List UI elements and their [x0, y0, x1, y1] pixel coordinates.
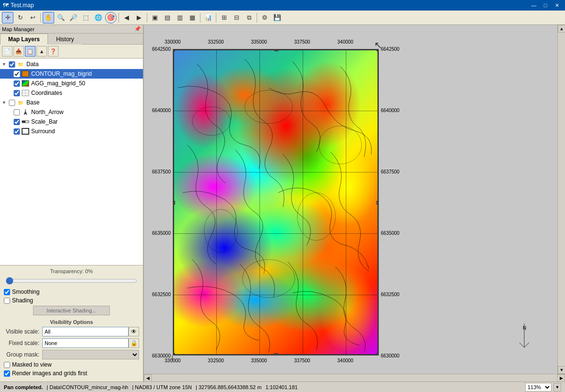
handle-ml[interactable]: [173, 201, 175, 205]
x-axis-top: 330000 332500 335000 337500 340000: [173, 39, 388, 49]
smoothing-checkbox[interactable]: [4, 289, 10, 295]
layout1-tool-button[interactable]: ▣: [149, 12, 161, 23]
map-canvas-container[interactable]: ↖ 330000 332500 335000 337500 340000 664…: [144, 25, 565, 374]
svg-point-18: [242, 259, 294, 298]
coordinates-checkbox[interactable]: [13, 90, 20, 96]
shading-checkbox[interactable]: [4, 298, 10, 304]
handle-tl[interactable]: [173, 49, 175, 51]
layout3-tool-button[interactable]: ▥: [174, 12, 186, 23]
layer-props-button[interactable]: 📋: [25, 46, 35, 57]
layout2-tool-button[interactable]: ▤: [162, 12, 173, 23]
visible-scale-label: Visible scale:: [4, 328, 42, 335]
back-tool-button[interactable]: ◀: [121, 12, 132, 23]
handle-bm[interactable]: [274, 353, 278, 356]
group-mask-select[interactable]: [42, 350, 139, 359]
zoom-out-tool-button[interactable]: 🔎: [68, 12, 79, 23]
zoom-in-tool-button[interactable]: 🔍: [55, 12, 67, 23]
map-manager-header: Map Manager 📌: [0, 25, 143, 34]
y-label-right-2: 6637500: [381, 169, 400, 174]
help-button[interactable]: ❓: [48, 46, 59, 57]
map-manager-label: Map Manager: [2, 26, 35, 32]
grid-h-4: [173, 295, 378, 295]
status-scale: 1:102401.181: [265, 384, 297, 390]
bottom-scrollbar[interactable]: ◀ ▶: [144, 374, 565, 381]
zoom-select-tool-button[interactable]: ⬚: [80, 12, 92, 23]
tab-history[interactable]: History: [48, 34, 82, 45]
data-group-row[interactable]: ▼ 📁 Data: [0, 59, 143, 69]
globe-tool-button[interactable]: 🌐: [93, 12, 104, 23]
scroll-up-button[interactable]: ▲: [558, 25, 565, 33]
data-group-icon: 📁: [16, 60, 25, 68]
agg-checkbox[interactable]: [13, 81, 20, 87]
render-images-checkbox[interactable]: [4, 370, 10, 377]
scale-tick: |: [172, 355, 173, 360]
base-group-icon: 📁: [16, 99, 25, 106]
surround-row[interactable]: Surround: [0, 127, 143, 136]
svg-text:N: N: [24, 110, 27, 113]
handle-bl[interactable]: [173, 353, 175, 356]
x-label-1: 332500: [208, 39, 224, 45]
transparency-slider[interactable]: [6, 277, 137, 285]
zoom-select[interactable]: 50% 75% 100% 113% 150% 200%: [525, 383, 552, 392]
chart-tool-button[interactable]: 📊: [202, 12, 214, 23]
pin-icon[interactable]: 📌: [134, 26, 141, 32]
tab-map-layers[interactable]: Map Layers: [0, 34, 48, 45]
maximize-button[interactable]: □: [540, 1, 551, 10]
settings-tool-button[interactable]: ⚙: [259, 12, 271, 23]
x-label-3: 337500: [294, 39, 310, 45]
save-tool-button[interactable]: 💾: [271, 12, 283, 23]
close-button[interactable]: ✕: [552, 1, 562, 10]
handle-tm[interactable]: [274, 49, 278, 51]
scroll-track-h[interactable]: [152, 374, 557, 382]
target-tool-button[interactable]: 🎯: [105, 12, 117, 23]
surround-label: Surround: [31, 128, 55, 135]
copy-tool-button[interactable]: ⧉: [243, 12, 255, 23]
base-group-row[interactable]: ▼ 📁 Base: [0, 98, 143, 107]
data-group-checkbox[interactable]: [9, 61, 15, 68]
import-layer-button[interactable]: 📥: [13, 46, 24, 57]
pan-tool-button[interactable]: ✋: [43, 12, 54, 23]
transparency-row: Transparency: 0%: [4, 268, 139, 274]
layout4-tool-button[interactable]: ▦: [187, 12, 198, 23]
grid-v-4: [346, 49, 346, 355]
grid1-tool-button[interactable]: ⊞: [218, 12, 230, 23]
svg-rect-4: [22, 81, 29, 86]
interactive-shading-button[interactable]: Interactive Shading...: [33, 306, 110, 315]
forward-tool-button[interactable]: ▶: [133, 12, 145, 23]
coordinates-layer-row[interactable]: Coordinates: [0, 88, 143, 98]
agg-layer-row[interactable]: AGG_mag_bigrid_50: [0, 79, 143, 88]
move-up-button[interactable]: ▲: [36, 46, 47, 57]
new-layer-button[interactable]: 📄: [2, 46, 12, 57]
map-canvas[interactable]: [173, 49, 379, 356]
right-scrollbar[interactable]: ▲ ▼: [557, 25, 565, 374]
masked-to-view-checkbox[interactable]: [4, 362, 10, 368]
base-group-checkbox[interactable]: [9, 100, 15, 106]
fixed-scale-button[interactable]: 🔒: [129, 338, 139, 348]
scale-bar-row[interactable]: Scale_Bar: [0, 117, 143, 127]
coordinates-layer-label: Coordinates: [31, 90, 62, 96]
select-tool-button[interactable]: ✛: [2, 12, 13, 23]
render-images-label: Render images and grids first: [12, 370, 87, 377]
contour-checkbox[interactable]: [13, 71, 20, 77]
scroll-right-button[interactable]: ▶: [557, 374, 565, 382]
map-area[interactable]: ↖ 330000 332500 335000 337500 340000 664…: [144, 25, 565, 381]
scroll-track-v[interactable]: [558, 33, 565, 366]
zoom-dropdown-button[interactable]: ▼: [553, 383, 561, 392]
grid2-tool-button[interactable]: ⊟: [231, 12, 242, 23]
scroll-left-button[interactable]: ◀: [144, 374, 152, 382]
scale-bar-checkbox[interactable]: [13, 119, 20, 125]
panel-tabs: Map Layers History: [0, 34, 143, 45]
north-arrow-checkbox[interactable]: [13, 109, 20, 115]
north-arrow-row[interactable]: N North_Arrow: [0, 107, 143, 117]
undo-tool-button[interactable]: ↩: [27, 12, 38, 23]
visible-scale-button[interactable]: 👁: [129, 327, 139, 336]
status-coordinates: | 327956.885,6643388.52 m: [196, 384, 261, 390]
contour-layer-row[interactable]: CONTOUR_mag_bigrid: [0, 69, 143, 79]
minimize-button[interactable]: —: [529, 1, 539, 10]
titlebar-left: 🗺 Test.map: [3, 2, 34, 9]
north-arrow-svg: N: [512, 321, 536, 350]
layer-tree[interactable]: ▼ 📁 Data CON: [0, 58, 143, 265]
rotate-tool-button[interactable]: ↻: [14, 12, 26, 23]
surround-checkbox[interactable]: [13, 128, 20, 135]
scroll-down-button[interactable]: ▼: [558, 366, 565, 374]
